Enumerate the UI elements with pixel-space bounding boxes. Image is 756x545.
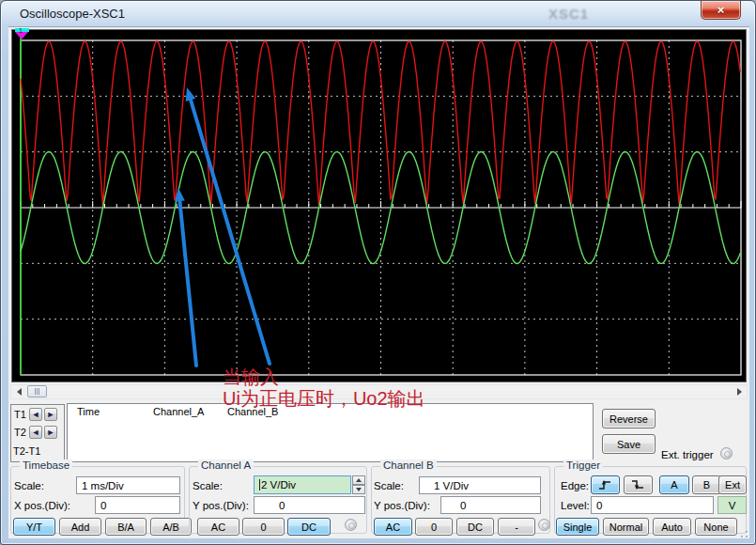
- channel-b-caption: Channel B: [380, 459, 437, 471]
- left-arrow-icon: ◄: [32, 428, 40, 437]
- t1-right-button[interactable]: ►: [44, 408, 57, 421]
- trigger-source-b-button[interactable]: B: [692, 475, 721, 494]
- trigger-caption: Trigger: [563, 459, 603, 471]
- trigger-rising-edge-button[interactable]: [591, 475, 620, 494]
- scroll-left-icon: [17, 388, 22, 396]
- t2-left-button[interactable]: ◄: [29, 426, 42, 439]
- timebase-xpos-label: X pos.(Div):: [14, 500, 70, 511]
- trigger-source-ext-button[interactable]: Ext: [718, 475, 747, 494]
- left-arrow-icon: ◄: [32, 410, 40, 419]
- timebase-mode-add-button[interactable]: Add: [59, 518, 101, 536]
- annotation-line-2: Ui为正电压时，Uo2输出: [223, 388, 425, 410]
- trigger-mode-normal-button[interactable]: Normal: [603, 518, 649, 536]
- column-header-time: Time: [77, 406, 100, 417]
- column-header-channel-a: Channel_A: [153, 406, 204, 417]
- channel-a-zero-button[interactable]: 0: [242, 518, 285, 536]
- t2-label: T2: [14, 427, 26, 438]
- t2-right-button[interactable]: ►: [44, 426, 57, 439]
- trigger-mode-auto-button[interactable]: Auto: [653, 518, 691, 536]
- annotation-line-1: 当输入: [223, 366, 425, 388]
- down-arrow-icon: [356, 488, 362, 491]
- timebase-mode-ab-button[interactable]: A/B: [150, 518, 192, 536]
- channel-b-ac-button[interactable]: AC: [374, 518, 412, 536]
- timebase-mode-yt-button[interactable]: Y/T: [13, 518, 55, 536]
- t1-left-button[interactable]: ◄: [29, 408, 42, 421]
- channel-b-zero-button[interactable]: 0: [415, 518, 453, 536]
- scrollbar-thumb[interactable]: [27, 385, 47, 397]
- up-arrow-icon: [356, 478, 362, 482]
- channel-a-dc-button[interactable]: DC: [287, 518, 331, 536]
- trigger-source-a-button[interactable]: A: [659, 475, 689, 494]
- trigger-mode-single-button[interactable]: Single: [556, 518, 599, 536]
- channel-b-ypos-input[interactable]: 0: [440, 496, 541, 514]
- close-icon: ×: [717, 4, 725, 16]
- spinner-down-button[interactable]: [352, 485, 365, 494]
- rising-edge-icon: [598, 479, 612, 490]
- t1-label: T1: [14, 409, 26, 420]
- channel-b-minus-button[interactable]: -: [498, 518, 535, 536]
- ext-trigger-label: Ext. trigger: [661, 449, 714, 460]
- timebase-scale-label: Scale:: [14, 480, 44, 491]
- channel-b-scale-input[interactable]: 1 V/Div: [419, 476, 541, 494]
- right-arrow-icon: ►: [47, 410, 55, 419]
- ext-trigger-indicator: [720, 447, 733, 459]
- scroll-right-icon: [737, 388, 742, 396]
- channel-a-ac-button[interactable]: AC: [197, 518, 239, 536]
- text-caret: [259, 479, 260, 490]
- trigger-edge-label: Edge:: [561, 480, 589, 491]
- trigger-mode-none-button[interactable]: None: [695, 518, 737, 536]
- channel-b-indicator: [538, 519, 550, 531]
- channel-a-scale-input[interactable]: 2 V/Div: [254, 475, 351, 494]
- trigger-level-input[interactable]: 0: [591, 496, 714, 514]
- channel-a-indicator: [345, 519, 357, 531]
- annotation-arrowhead: [186, 87, 196, 101]
- timebase-mode-ba-button[interactable]: B/A: [105, 518, 147, 536]
- scroll-left-button[interactable]: [11, 385, 26, 398]
- channel-b-dc-button[interactable]: DC: [456, 518, 494, 536]
- channel-b-scale-label: Scale:: [374, 480, 404, 491]
- scroll-right-button[interactable]: [732, 385, 747, 398]
- timebase-xpos-input[interactable]: 0: [95, 496, 180, 514]
- time-cursor-number: 1: [19, 27, 23, 34]
- falling-edge-icon: [631, 479, 645, 490]
- spinner-up-button[interactable]: [352, 475, 365, 485]
- scope-display: [11, 29, 747, 382]
- channel-a-ypos-label: Y pos.(Div):: [193, 500, 249, 511]
- annotation-text: 当输入 Ui为正电压时，Uo2输出: [223, 366, 425, 410]
- right-arrow-icon: ►: [47, 428, 55, 437]
- annotation-arrow: [190, 98, 270, 364]
- window-title: Oscilloscope-XSC1: [20, 7, 125, 21]
- oscilloscope-window: Oscilloscope-XSC1 XSC1 × 1 当输入 Ui为正电压时，U…: [0, 0, 756, 545]
- reverse-button[interactable]: Reverse: [602, 409, 656, 428]
- measurement-readout-panel: [67, 403, 594, 462]
- trigger-level-label: Level:: [561, 500, 590, 511]
- channel-a-caption: Channel A: [198, 459, 254, 471]
- waveform-plot: [12, 30, 748, 383]
- t2-minus-t1-label: T2-T1: [13, 445, 40, 457]
- timebase-scale-input[interactable]: 1 ms/Div: [76, 476, 180, 494]
- save-button[interactable]: Save: [602, 434, 656, 454]
- close-button[interactable]: ×: [701, 1, 741, 20]
- resize-grip[interactable]: [738, 528, 749, 539]
- trigger-level-unit-select[interactable]: V: [717, 496, 747, 514]
- channel-b-ypos-label: Y pos.(Div):: [374, 500, 430, 511]
- channel-a-ypos-input[interactable]: 0: [254, 496, 365, 514]
- annotation-arrow: [179, 198, 196, 366]
- trigger-falling-edge-button[interactable]: [624, 475, 653, 494]
- channel-a-scale-spinner: [352, 475, 365, 494]
- timebase-caption: Timebase: [20, 459, 72, 471]
- schematic-watermark: XSC1: [548, 6, 589, 22]
- channel-a-scale-label: Scale:: [193, 480, 223, 491]
